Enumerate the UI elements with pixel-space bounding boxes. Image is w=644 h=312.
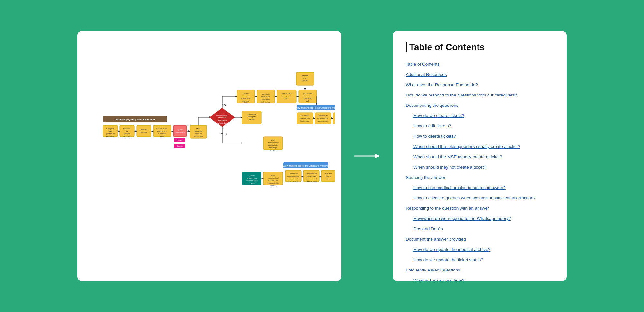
list-item[interactable]: How do we update the ticket status? [406, 256, 554, 263]
list-item[interactable]: How to delete tickets? [406, 132, 554, 140]
svg-text:process?: process? [270, 185, 277, 187]
list-item[interactable]: Dos and Don'ts [406, 225, 554, 233]
svg-text:The answer: The answer [301, 115, 309, 117]
panel-arrow [354, 151, 380, 161]
svg-text:Bank: Bank [250, 182, 254, 184]
svg-text:Question: Question [140, 131, 147, 133]
toc-link[interactable]: When should the telesupporters usually c… [413, 144, 520, 149]
toc-link[interactable]: How to escalate queries when we have ins… [413, 196, 535, 200]
svg-text:Query travelling back to the C: Query travelling back to the Caregiver's… [282, 165, 329, 167]
list-item[interactable]: Document the answer provided [406, 235, 554, 243]
toc-link[interactable]: Sourcing the answer [406, 175, 445, 180]
list-item[interactable]: What does the Response Engine do? [406, 81, 554, 88]
svg-text:received from: received from [300, 117, 310, 119]
svg-text:question on: question on [106, 133, 115, 135]
list-item[interactable]: What is Turn around time? [406, 276, 554, 281]
svg-text:Query: Query [178, 129, 183, 131]
list-item[interactable]: How do we update the medical archive? [406, 245, 554, 253]
toc-link[interactable]: How to delete tickets? [413, 134, 456, 139]
list-item[interactable]: How to use medical archive to source ans… [406, 184, 554, 191]
list-item[interactable]: When should the telesupporters usually c… [406, 142, 554, 150]
list-item[interactable]: Sourcing the answer [406, 173, 554, 181]
svg-text:answered and: answered and [306, 178, 317, 180]
list-item[interactable]: Frequently Asked Questions [406, 266, 554, 274]
svg-text:response making: response making [287, 175, 299, 177]
svg-text:inclusive in this: inclusive in this [268, 182, 279, 184]
toc-link[interactable]: When should they not create a ticket? [413, 165, 486, 170]
svg-text:Caregiver: Caregiver [106, 128, 114, 130]
svg-text:Content: Content [177, 139, 183, 141]
svg-text:ticket on: ticket on [195, 133, 202, 135]
svg-text:authority to be: authority to be [268, 179, 278, 181]
svg-text:MSE: MSE [196, 128, 200, 130]
svg-text:the template: the template [300, 120, 309, 122]
svg-text:Document the: Document the [318, 115, 328, 117]
svg-text:and...: and... [285, 97, 289, 99]
svg-text:received ticket,: received ticket, [317, 117, 328, 119]
svg-text:Reply with: Reply with [324, 173, 332, 175]
svg-text:a medical: a medical [158, 133, 166, 135]
toc-link[interactable]: How to use medical archive to source ans… [413, 185, 506, 190]
toc-link[interactable]: What does the Response Engine do? [406, 82, 478, 87]
list-item[interactable]: Additional Resources [406, 70, 554, 78]
toc-link[interactable]: Documenting the questions [406, 103, 459, 108]
toc-link[interactable]: Additional Resources [406, 72, 447, 77]
toc-link[interactable]: Table of Contents [406, 62, 440, 67]
toc-link[interactable]: How to edit tickets? [413, 124, 451, 128]
toc-link[interactable]: When should the MSE usually create a tic… [413, 154, 502, 159]
svg-text:query: query [160, 135, 164, 137]
svg-text:Is the question: Is the question [216, 114, 228, 116]
svg-text:bakes on Fresh: bakes on Fresh [306, 180, 317, 182]
list-item[interactable]: How to escalate queries when we have ins… [406, 194, 554, 202]
list-item[interactable]: When should the MSE usually create a tic… [406, 153, 554, 161]
svg-text:the: the [126, 130, 128, 132]
svg-text:question: question [124, 133, 130, 135]
svg-text:classification: classification [175, 131, 185, 133]
list-item[interactable]: When should they not create a ticket? [406, 163, 554, 171]
flowchart-panel: Whatsapp Query from Caregiver Caregiver … [77, 31, 341, 281]
svg-text:knowledge: knowledge [269, 147, 277, 149]
toc-link[interactable]: Frequently Asked Questions [406, 268, 460, 272]
svg-text:WhatsApp: WhatsApp [106, 135, 114, 137]
toc-link[interactable]: How/when do we respond to the Whatsapp q… [413, 216, 511, 221]
toc-list: Table of ContentsAdditional ResourcesWha… [406, 60, 554, 281]
svg-rect-86 [333, 113, 335, 124]
toc-link[interactable]: What is Turn around time? [413, 278, 464, 281]
toc-link[interactable]: How do we update the medical archive? [413, 247, 490, 252]
toc-link[interactable]: Document the answer provided [406, 237, 466, 242]
list-item[interactable]: How/when do we respond to the Whatsapp q… [406, 215, 554, 222]
svg-text:Documents the: Documents the [306, 173, 317, 175]
toc-link[interactable]: How do we create tickets? [413, 113, 464, 118]
svg-text:Query on: Query on [325, 175, 332, 177]
list-item[interactable]: Responding to the question with an answe… [406, 204, 554, 212]
svg-text:Urgency: Urgency [177, 145, 183, 147]
toc-link[interactable]: Dos and Don'ts [413, 226, 443, 231]
svg-text:will we: will we [271, 139, 276, 141]
svg-text:Assign the: Assign the [262, 93, 270, 95]
svg-text:recognise local: recognise local [268, 142, 278, 143]
svg-text:Medical Team: Medical Team [282, 92, 292, 94]
svg-text:answer?: answer? [302, 80, 308, 82]
svg-text:knowledge: knowledge [304, 97, 311, 99]
list-item[interactable]: How to edit tickets? [406, 122, 554, 130]
svg-text:answered and: answered and [318, 120, 328, 122]
list-item[interactable]: Documenting the questions [406, 101, 554, 109]
svg-text:generate: generate [195, 130, 202, 132]
svg-text:bank: bank [306, 100, 309, 102]
svg-text:available in: available in [218, 119, 227, 121]
svg-text:topic to the: topic to the [304, 95, 312, 97]
svg-text:Checks to see: Checks to see [156, 128, 168, 130]
svg-text:book: book [244, 102, 248, 104]
svg-text:updated: updated [249, 118, 255, 120]
svg-text:ticket in the: ticket in the [261, 96, 270, 98]
svg-text:process?: process? [270, 149, 277, 151]
list-item[interactable]: How do we create tickets? [406, 112, 554, 119]
list-item[interactable]: How do we respond to the questions from … [406, 91, 554, 99]
svg-text:will we: will we [271, 174, 276, 176]
toc-link[interactable]: How do we update the ticket status? [413, 257, 483, 262]
toc-link[interactable]: Responding to the question with an answe… [406, 206, 489, 211]
svg-text:knowledge: knowledge [262, 98, 270, 100]
toc-link[interactable]: How do we respond to the questions from … [406, 93, 517, 97]
svg-text:Turn: Turn [327, 178, 330, 180]
list-item[interactable]: Table of Contents [406, 60, 554, 68]
